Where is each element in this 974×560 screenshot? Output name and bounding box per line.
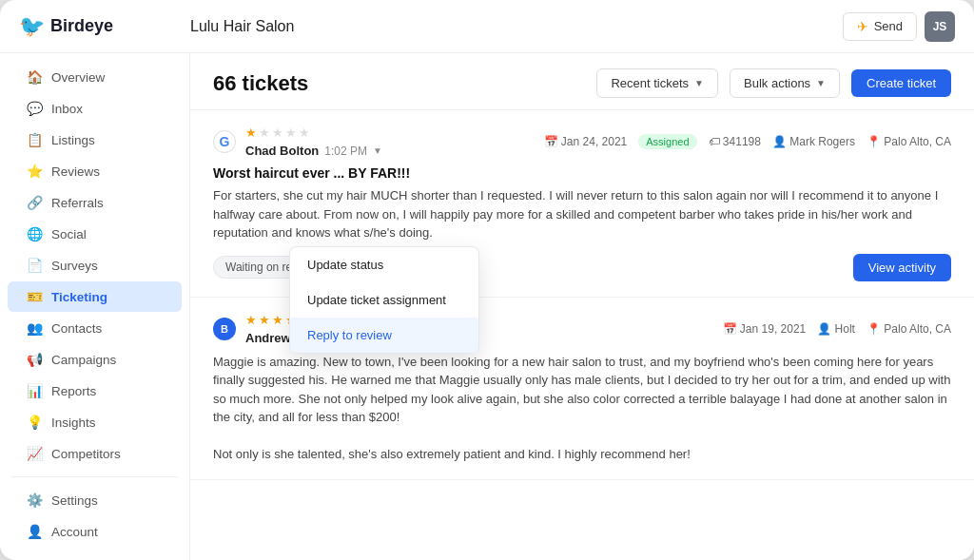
ticket-time: 1:02 PM [324,145,367,158]
account-icon: 👤 [27,524,42,539]
logo-text: Birdeye [50,16,113,36]
insights-icon: 💡 [27,415,42,430]
sidebar: 🏠 Overview 💬 Inbox 📋 Listings ⭐ Reviews … [0,53,190,560]
sidebar-item-label: Competitors [51,447,121,461]
contacts-icon: 👥 [27,320,42,336]
sidebar-item-surveys[interactable]: 📄 Surveys [8,250,182,280]
ticket-location: 📍 Palo Alto, CA [867,135,951,148]
ticket-location: 📍 Palo Alto, CA [867,322,951,336]
topbar: 🐦 Birdeye Lulu Hair Salon ✈ Send JS [0,0,974,53]
referrals-icon: 🔗 [27,195,42,210]
sidebar-item-label: Inbox [51,102,83,116]
listings-icon: 📋 [27,132,42,147]
recent-tickets-dropdown[interactable]: Recent tickets ▼ [596,68,718,98]
logo-icon: 🐦 [19,14,45,39]
sidebar-item-label: Social [51,227,87,241]
view-activity-button[interactable]: View activity [853,254,951,281]
sidebar-item-label: Overview [51,70,105,85]
inbox-icon: 💬 [27,101,42,116]
ticket-body: For starters, she cut my hair MUCH short… [213,186,951,242]
ticket-body: Maggie is amazing. New to town, I've bee… [213,353,951,464]
status-badge: Assigned [638,134,696,149]
ticket-meta: G ★★★★★ Chad Bolton 1:02 PM ▼ 📅 Jan 24, … [213,126,951,158]
chevron-down-icon: ▼ [694,78,704,88]
sidebar-item-competitors[interactable]: 📈 Competitors [8,438,182,469]
sidebar-item-ticketing[interactable]: 🎫 Ticketing [8,281,182,312]
ticketing-icon: 🎫 [27,289,42,304]
sidebar-item-social[interactable]: 🌐 Social [8,219,182,249]
bulk-actions-dropdown[interactable]: Bulk actions ▼ [730,68,840,98]
sidebar-item-reviews[interactable]: ⭐ Reviews [8,156,182,186]
overview-icon: 🏠 [27,69,42,85]
sidebar-item-label: Surveys [51,259,98,273]
sidebar-item-campaigns[interactable]: 📢 Campaigns [8,344,182,375]
campaigns-icon: 📢 [27,352,42,367]
sidebar-item-label: Settings [51,493,98,508]
ticket-tag: 🏷 341198 [709,135,761,148]
sidebar-item-reports[interactable]: 📊 Reports [8,376,182,406]
reviews-icon: ⭐ [27,164,42,179]
ticket-agent: 👤 Mark Rogers [772,135,855,148]
competitors-icon: 📈 [27,446,42,461]
sidebar-item-label: Account [51,525,98,539]
sidebar-item-label: Ticketing [51,290,107,304]
logo: 🐦 Birdeye [19,14,190,39]
star-rating: ★★★★★ [245,126,382,140]
sidebar-item-label: Campaigns [51,353,116,367]
ticket-headline: Worst haircut ever ... BY FAR!!! [213,165,951,181]
topbar-actions: ✈ Send JS [843,11,955,42]
ticket-source-avatar: G [213,130,236,153]
sidebar-item-contacts[interactable]: 👥 Contacts [8,313,182,343]
ticket-agent: 👤 Holt [817,322,855,336]
sidebar-item-label: Insights [51,415,96,430]
sidebar-item-settings[interactable]: ⚙️ Settings [8,485,182,515]
sidebar-item-label: Contacts [51,321,102,336]
ticket-right-meta: 📅 Jan 19, 2021 👤 Holt 📍 Palo Alto, CA [723,322,951,336]
main-content: 66 tickets Recent tickets ▼ Bulk actions… [190,53,974,560]
chevron-down-icon: ▼ [816,78,826,88]
sidebar-item-inbox[interactable]: 💬 Inbox [8,93,182,124]
main-header: 66 tickets Recent tickets ▼ Bulk actions… [190,53,974,110]
sidebar-item-label: Listings [51,133,95,147]
tickets-list: G ★★★★★ Chad Bolton 1:02 PM ▼ 📅 Jan 24, … [190,110,974,560]
sidebar-item-listings[interactable]: 📋 Listings [8,125,182,155]
settings-icon: ⚙️ [27,492,42,508]
app-window: 🐦 Birdeye Lulu Hair Salon ✈ Send JS 🏠 Ov… [0,0,974,560]
business-name: Lulu Hair Salon [190,18,843,35]
surveys-icon: 📄 [27,258,42,273]
ticket-source-avatar: B [213,318,236,340]
ticket-user-info: ★★★★★ Chad Bolton 1:02 PM ▼ [245,126,382,158]
sidebar-item-label: Reports [51,384,96,398]
reply-to-review-item[interactable]: Reply to review [290,318,478,353]
sidebar-item-label: Referrals [51,196,104,210]
time-dropdown-icon[interactable]: ▼ [373,145,382,156]
ticket-footer: Waiting on response Update status Update… [213,254,951,281]
sidebar-item-account[interactable]: 👤 Account [8,516,182,547]
page-title: 66 tickets [213,71,585,96]
user-avatar[interactable]: JS [925,11,955,42]
nav-divider [11,476,178,477]
app-body: 🏠 Overview 💬 Inbox 📋 Listings ⭐ Reviews … [0,53,974,560]
ticket-date: 📅 Jan 19, 2021 [723,322,807,336]
update-assignment-item[interactable]: Update ticket assignment [290,282,478,318]
social-icon: 🌐 [27,226,42,241]
sidebar-item-referrals[interactable]: 🔗 Referrals [8,187,182,218]
reports-icon: 📊 [27,383,42,398]
context-menu: Update status Update ticket assignment R… [289,246,479,354]
send-icon: ✈ [857,19,868,34]
sidebar-item-insights[interactable]: 💡 Insights [8,407,182,437]
create-ticket-button[interactable]: Create ticket [851,69,951,97]
send-button[interactable]: ✈ Send [843,12,917,41]
sidebar-item-overview[interactable]: 🏠 Overview [8,62,182,92]
sidebar-item-label: Reviews [51,164,100,179]
update-status-item[interactable]: Update status [290,247,478,282]
table-row: G ★★★★★ Chad Bolton 1:02 PM ▼ 📅 Jan 24, … [190,110,974,298]
ticket-date: 📅 Jan 24, 2021 [544,135,628,148]
ticket-right-meta: 📅 Jan 24, 2021 Assigned 🏷 341198 👤 Mark … [544,134,951,149]
ticket-author: Chad Bolton [245,144,319,158]
